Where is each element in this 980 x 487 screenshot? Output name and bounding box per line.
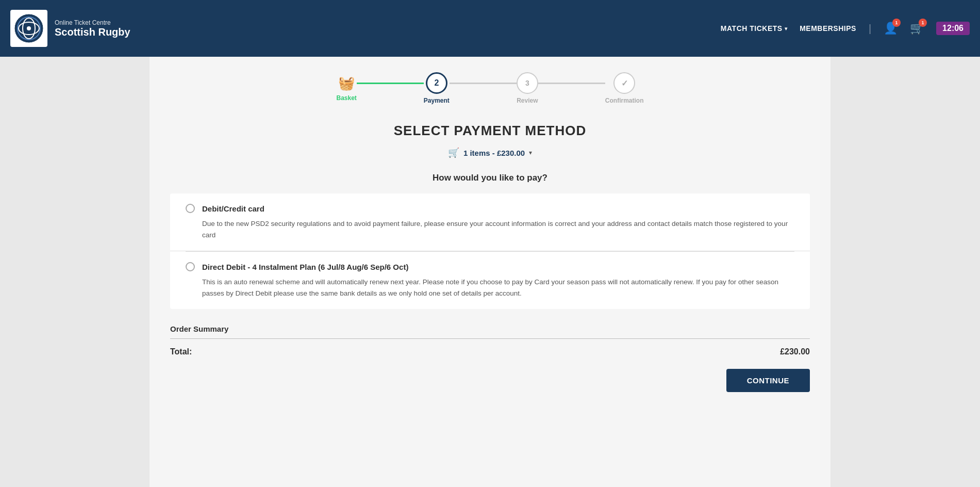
payment-option-debit-credit: Debit/Credit card Due to the new PSD2 se… bbox=[170, 193, 810, 251]
page-layout: 🧺 Basket 2 Payment 3 Review ✓ Co bbox=[0, 57, 980, 487]
step-payment-label: Payment bbox=[424, 97, 450, 104]
payment-step-circle: 2 bbox=[426, 72, 447, 94]
progress-steps: 🧺 Basket 2 Payment 3 Review ✓ Co bbox=[170, 72, 810, 104]
svg-point-4 bbox=[27, 26, 31, 30]
user-icon-button[interactable]: 👤 1 bbox=[884, 22, 898, 35]
debit-credit-title: Debit/Credit card bbox=[202, 204, 264, 213]
logo-image bbox=[10, 10, 47, 47]
basket-step-icon: 🧺 bbox=[338, 75, 355, 91]
site-header: Online Ticket Centre Scottish Rugby MATC… bbox=[0, 0, 980, 57]
continue-button[interactable]: CONTINUE bbox=[726, 369, 810, 392]
order-summary-section: Order Summary Total: £230.00 bbox=[170, 324, 810, 356]
sidebar-left bbox=[0, 57, 150, 487]
logo-title: Scottish Rugby bbox=[55, 26, 130, 38]
chevron-down-icon: ▾ bbox=[785, 26, 788, 31]
connector-1 bbox=[357, 83, 424, 84]
direct-debit-title: Direct Debit - 4 Instalment Plan (6 Jul/… bbox=[202, 263, 408, 271]
payment-option-direct-debit: Direct Debit - 4 Instalment Plan (6 Jul/… bbox=[170, 252, 810, 309]
logo-text: Online Ticket Centre Scottish Rugby bbox=[55, 19, 130, 38]
step-basket: 🧺 Basket bbox=[336, 75, 356, 102]
order-total-value: £230.00 bbox=[780, 347, 810, 356]
direct-debit-header: Direct Debit - 4 Instalment Plan (6 Jul/… bbox=[186, 262, 794, 271]
debit-credit-description: Due to the new PSD2 security regulations… bbox=[202, 218, 794, 240]
debit-credit-header: Debit/Credit card bbox=[186, 204, 794, 213]
order-total-row: Total: £230.00 bbox=[170, 347, 810, 356]
session-timer: 12:06 bbox=[936, 22, 970, 35]
confirmation-step-circle: ✓ bbox=[613, 72, 635, 94]
order-summary-label: Order Summary bbox=[170, 324, 810, 333]
step-review: 3 Review bbox=[517, 72, 538, 104]
payment-options-container: Debit/Credit card Due to the new PSD2 se… bbox=[170, 193, 810, 309]
cart-icon-button[interactable]: 🛒 1 bbox=[910, 22, 924, 35]
page-title: SELECT PAYMENT METHOD bbox=[170, 123, 810, 139]
cart-summary-row[interactable]: 🛒 1 items - £230.00 ▾ bbox=[170, 147, 810, 158]
main-content: 🧺 Basket 2 Payment 3 Review ✓ Co bbox=[150, 57, 830, 487]
button-area: CONTINUE bbox=[170, 369, 810, 392]
step-review-label: Review bbox=[517, 97, 538, 104]
radio-direct-debit[interactable] bbox=[186, 262, 195, 271]
nav-divider: | bbox=[869, 23, 871, 35]
direct-debit-description: This is an auto renewal scheme and will … bbox=[202, 277, 794, 299]
logo-area: Online Ticket Centre Scottish Rugby bbox=[10, 10, 130, 47]
connector-2 bbox=[450, 83, 517, 84]
notification-badge: 1 bbox=[892, 19, 901, 27]
step-confirmation-label: Confirmation bbox=[605, 97, 644, 104]
connector-3 bbox=[538, 83, 605, 84]
sidebar-right bbox=[830, 57, 980, 487]
order-summary-divider bbox=[170, 338, 810, 339]
memberships-nav[interactable]: MEMBERSHIPS bbox=[800, 24, 856, 33]
cart-summary-icon: 🛒 bbox=[448, 147, 459, 158]
review-step-circle: 3 bbox=[517, 72, 538, 94]
how-to-pay-heading: How would you like to pay? bbox=[170, 173, 810, 183]
order-total-label: Total: bbox=[170, 347, 192, 356]
match-tickets-nav[interactable]: MATCH TICKETS ▾ bbox=[721, 24, 787, 33]
logo-subtitle: Online Ticket Centre bbox=[55, 19, 130, 26]
step-confirmation: ✓ Confirmation bbox=[605, 72, 644, 104]
step-basket-label: Basket bbox=[336, 94, 356, 102]
cart-expand-icon: ▾ bbox=[529, 149, 532, 156]
radio-debit-credit[interactable] bbox=[186, 204, 195, 213]
cart-summary-text: 1 items - £230.00 bbox=[463, 149, 525, 157]
step-payment: 2 Payment bbox=[424, 72, 450, 104]
cart-badge: 1 bbox=[919, 19, 927, 27]
main-nav: MATCH TICKETS ▾ MEMBERSHIPS | 👤 1 🛒 1 12… bbox=[721, 22, 970, 35]
